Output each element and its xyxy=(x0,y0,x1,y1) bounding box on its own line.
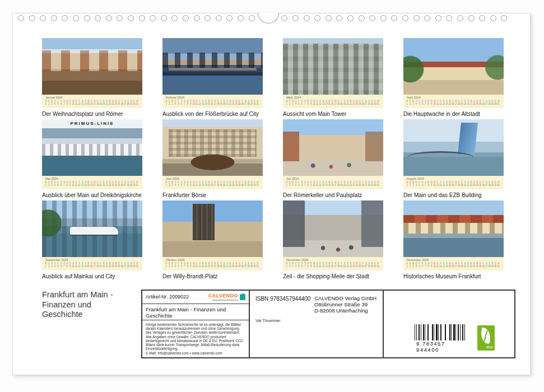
binding-hole xyxy=(194,15,200,21)
contact-line: E-Mail: info@calvendo.com • www.calvendo… xyxy=(146,351,245,355)
calendar-month-label: August 2024 xyxy=(403,176,504,181)
leaf-icon xyxy=(480,328,492,344)
calendar-strip: Oktober 2024 M1D2M3D4F5S6S7M8D9M10D11F12… xyxy=(162,257,263,270)
binding-hole xyxy=(468,15,475,21)
month-caption: Ausblick auf Mainkai und City xyxy=(42,270,142,280)
barcode-number: 9 783457 944400 xyxy=(415,340,466,353)
month-caption: Historisches Museum Frankfurt xyxy=(403,270,504,280)
binding-hole xyxy=(171,15,178,21)
calendar-month-label: Mai 2024 xyxy=(42,176,142,181)
calendar-strip: Juni 2024 M1D2M3D4F5S6S7M8D9M10D11F12S13… xyxy=(162,176,263,189)
calendar-month-label: April 2024 xyxy=(403,95,504,100)
calendar-month-label: November 2024 xyxy=(283,257,383,262)
binding-hole xyxy=(106,15,112,21)
product-title: Frankfurt am Main - Finanzen und Geschic… xyxy=(142,304,249,320)
calendar-days-row: M1D2M3D4F5S6S7M8D9M10D11F12S13S14M15D16M… xyxy=(283,100,363,105)
author-name: Val Thoermer xyxy=(255,318,281,323)
month-caption: Zeil - die Shopping-Meile der Stadt xyxy=(283,270,383,280)
calendar-days-row: M1D2M3D4F5S6S7M8D9M10D11F12S13S14M15D16M… xyxy=(162,181,243,186)
binding-hole xyxy=(413,15,420,21)
isbn-number: ISBN 9783457944400 xyxy=(255,296,310,302)
month-card: August 2024 M1D2M3D4F5S6S7M8D9M10D11F12S… xyxy=(403,119,504,200)
month-caption: Die Hauptwache in der Altstadt xyxy=(403,108,504,118)
months-grid: Januar 2024 M1D2M3D4F5S6S7M8D9M10D11F12S… xyxy=(42,38,504,282)
calvendo-logo-tagline xyxy=(212,300,238,301)
binding-hole xyxy=(424,15,430,21)
binding-hole xyxy=(446,15,452,21)
month-card: Februar 2024 M1D2M3D4F5S6S7M8D9M10D11F12… xyxy=(162,38,263,119)
month-card: März 2024 M1D2M3D4F5S6S7M8D9M10D11F12S13… xyxy=(283,38,383,119)
binding-hole xyxy=(281,15,287,21)
calendar-strip: Mai 2024 M1D2M3D4F5S6S7M8D9M10D11F12S13S… xyxy=(42,176,142,189)
binding-hole xyxy=(95,15,101,21)
binding-hole xyxy=(183,15,189,21)
binding-hole xyxy=(501,15,507,21)
calendar-back-page: Januar 2024 M1D2M3D4F5S6S7M8D9M10D11F12S… xyxy=(12,13,531,375)
calendar-title-line: Finanzen und xyxy=(42,300,113,310)
publisher-address: CALVENDO Verlag GmbH Ottobrunner Straße … xyxy=(314,295,376,314)
binding-hole xyxy=(204,15,211,21)
calendar-days-row: M1D2M3D4F5S6S7M8D9M10D11F12S13S14M15D16M… xyxy=(283,262,363,268)
calendar-month-label: Februar 2024 xyxy=(162,95,263,100)
calendar-days-row: M1D2M3D4F5S6S7M8D9M10D11F12S13S14M15D16M… xyxy=(42,100,122,105)
binding-hole xyxy=(249,15,255,21)
month-caption: Der Römerkeller und Paulsplatz xyxy=(283,189,383,199)
hanger-hole xyxy=(258,13,279,24)
month-photo xyxy=(42,38,142,95)
calendar-days-row: M1D2M3D4F5S6S7M8D9M10D11F12S13S14M15D16M… xyxy=(403,262,483,268)
binding-hole xyxy=(216,15,222,21)
publisher-panel: ISBN 9783457944400 CALVENDO Verlag GmbH … xyxy=(250,291,384,357)
calendar-title-line: Frankfurt am Main - xyxy=(42,290,113,300)
month-card: April 2024 M1D2M3D4F5S6S7M8D9M10D11F12S1… xyxy=(403,38,504,119)
binding-hole xyxy=(347,15,354,21)
calvendo-logo-text: CALVENDO xyxy=(208,293,238,298)
month-caption: Ausblick von der Flößerbrücke auf City xyxy=(162,108,263,118)
barcode-panel: 9 783457 944400 eco xyxy=(384,291,514,357)
binding-hole xyxy=(314,15,320,21)
publisher-line: Ottobrunner Straße 39 xyxy=(314,301,376,307)
eco-logo-label: eco xyxy=(486,345,493,349)
calendar-days-row: M1D2M3D4F5S6S7M8D9M10D11F12S13S14M15D16M… xyxy=(403,181,483,186)
binding-hole xyxy=(73,15,79,21)
calendar-month-label: Oktober 2024 xyxy=(162,257,263,262)
publisher-line: D-82008 Unterhaching xyxy=(314,307,376,314)
binding-hole xyxy=(435,15,441,21)
calendar-strip: Februar 2024 M1D2M3D4F5S6S7M8D9M10D11F12… xyxy=(162,95,263,108)
month-caption: Ausblick über Main auf Dreikönigskirche xyxy=(42,189,142,199)
binding-hole xyxy=(84,15,90,21)
boat-sign-text: PRIMUS-LINIE xyxy=(42,121,142,126)
month-caption: Der Main und das EZB Building xyxy=(403,189,504,199)
month-photo xyxy=(403,200,504,257)
binding-hole xyxy=(490,15,496,21)
calvendo-logo: CALVENDO xyxy=(208,293,245,301)
binding-hole xyxy=(304,15,310,21)
month-photo xyxy=(283,38,383,95)
calendar-days-row: M1D2M3D4F5S6S7M8D9M10D11F12S13S14M15D16M… xyxy=(283,181,363,186)
calendar-days-row: M1D2M3D4F5S6S7M8D9M10D11F12S13S14M15D16M… xyxy=(162,100,243,105)
month-photo xyxy=(162,200,263,257)
barcode: 9 783457 944400 xyxy=(415,324,466,353)
month-card: PRIMUS-LINIE Mai 2024 M1D2M3D4F5S6S7M8D9… xyxy=(42,119,142,200)
binding-hole xyxy=(292,15,299,21)
binding-hole xyxy=(391,15,397,21)
month-card: Juli 2024 M1D2M3D4F5S6S7M8D9M10D11F12S13… xyxy=(283,119,383,200)
binding-hole xyxy=(117,15,123,21)
calendar-month-label: März 2024 xyxy=(283,95,383,100)
calendar-month-label: Juli 2024 xyxy=(283,176,383,181)
month-caption: Der Weihnachtsplatz und Römer xyxy=(42,108,142,118)
month-card: September 2024 M1D2M3D4F5S6S7M8D9M10D11F… xyxy=(42,200,142,282)
month-photo xyxy=(162,38,263,95)
month-card: Dezember 2024 M1D2M3D4F5S6S7M8D9M10D11F1… xyxy=(403,200,504,282)
calendar-strip: Juli 2024 M1D2M3D4F5S6S7M8D9M10D11F12S13… xyxy=(283,176,383,189)
month-caption: Aussicht vom Main Tower xyxy=(283,108,383,118)
month-photo xyxy=(403,38,504,95)
article-number: Artikel-Nr. 2009022 xyxy=(146,294,189,300)
binding-hole xyxy=(457,15,463,21)
calendar-strip: September 2024 M1D2M3D4F5S6S7M8D9M10D11F… xyxy=(42,257,142,270)
binding-hole xyxy=(238,15,244,21)
month-photo xyxy=(403,119,504,176)
binding-hole xyxy=(40,15,46,21)
eco-logo: eco xyxy=(477,325,495,351)
binding-hole xyxy=(369,15,375,21)
calendar-strip: Januar 2024 M1D2M3D4F5S6S7M8D9M10D11F12S… xyxy=(42,95,142,108)
